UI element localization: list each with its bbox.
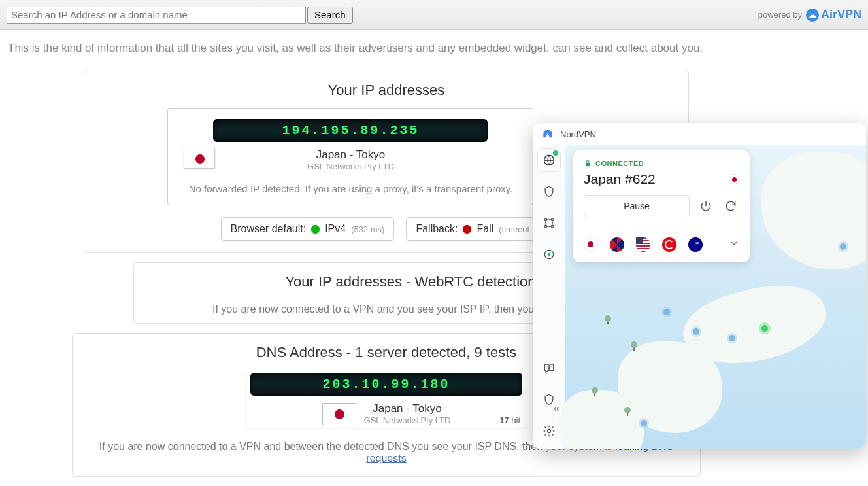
cloud-icon: ☁ bbox=[806, 9, 819, 22]
webrtc-note-prefix: If you are now connected to a VPN and yo… bbox=[212, 304, 587, 315]
fallback-label: Fallback: bbox=[416, 223, 458, 235]
nordvpn-window: NordVPN ? 40 bbox=[533, 123, 866, 449]
map-pin[interactable] bbox=[663, 309, 670, 315]
dns-hits-num: 17 bbox=[499, 415, 509, 425]
server-name: Japan #622 bbox=[584, 171, 656, 187]
sidebar-settings-icon[interactable] bbox=[538, 420, 560, 442]
ip-isp: GSL Networks Pty LTD bbox=[307, 162, 394, 171]
sidebar-mesh-icon[interactable] bbox=[538, 212, 560, 234]
status-dot-red-icon bbox=[463, 225, 471, 234]
fallback-chip: Fallback: Fail (timeout - T bbox=[406, 217, 552, 241]
connected-badge-icon bbox=[553, 150, 558, 156]
svg-point-8 bbox=[547, 430, 550, 433]
status-dot-green-icon bbox=[311, 225, 320, 234]
lock-icon bbox=[584, 160, 592, 167]
dns-ip: 203.10.99.180 bbox=[250, 373, 522, 396]
ipv4-box: 194.195.89.235 Japan - Tokyo GSL Network… bbox=[167, 108, 533, 205]
separator bbox=[573, 228, 750, 228]
flag-japan-dot-icon bbox=[729, 174, 739, 184]
ip-card-title: Your IP addresses bbox=[95, 82, 678, 99]
svg-text:?: ? bbox=[547, 364, 550, 370]
svg-point-2 bbox=[551, 218, 553, 220]
proxy-note: No forwarded IP detected. If you are usi… bbox=[180, 183, 521, 194]
shield-count: 40 bbox=[552, 406, 561, 412]
dns-result-box: 203.10.99.180 Japan - Tokyo GSL Networks… bbox=[246, 370, 527, 428]
fallback-status: Fail bbox=[476, 223, 493, 235]
map-pin[interactable] bbox=[729, 335, 735, 341]
refresh-icon[interactable] bbox=[722, 198, 739, 215]
browser-default-proto: IPv4 bbox=[325, 223, 346, 235]
sidebar-target-icon[interactable] bbox=[538, 243, 560, 266]
dns-hits: 17 hit bbox=[499, 415, 520, 425]
connection-status: CONNECTED bbox=[584, 160, 739, 167]
sidebar-shield-count-icon[interactable]: 40 bbox=[538, 389, 560, 411]
powered-prefix: powered by bbox=[758, 10, 802, 20]
intro-text: This is the kind of information that all… bbox=[0, 30, 868, 61]
sidebar-globe-icon[interactable] bbox=[538, 149, 560, 171]
quick-connect-flags bbox=[584, 237, 739, 252]
flag-japan-icon bbox=[184, 148, 215, 169]
map-pin-active[interactable] bbox=[761, 325, 768, 332]
svg-point-6 bbox=[547, 253, 550, 256]
powered-by: powered by ☁ AirVPN bbox=[758, 8, 861, 22]
flag-jp-icon[interactable] bbox=[584, 237, 598, 252]
browser-default-label: Browser default: bbox=[231, 223, 307, 235]
flag-tr-icon[interactable] bbox=[662, 237, 676, 252]
status-text: CONNECTED bbox=[595, 160, 644, 167]
sidebar-help-icon[interactable]: ? bbox=[538, 357, 560, 379]
map-pin[interactable] bbox=[641, 420, 647, 426]
search-input[interactable] bbox=[7, 7, 306, 24]
ipv4-address: 194.195.89.235 bbox=[213, 119, 488, 142]
nord-status-panel: CONNECTED Japan #622 Pause bbox=[573, 150, 750, 262]
flag-us-icon[interactable] bbox=[636, 237, 650, 252]
dns-hits-suffix: hit bbox=[511, 415, 520, 425]
browser-default-chip: Browser default: IPv4 (532 ms) bbox=[221, 217, 395, 241]
map-pin[interactable] bbox=[840, 243, 846, 250]
browser-default-ms: (532 ms) bbox=[351, 224, 384, 234]
airvpn-logo[interactable]: ☁ AirVPN bbox=[806, 8, 861, 22]
brand-text: AirVPN bbox=[821, 8, 861, 22]
power-icon[interactable] bbox=[697, 198, 714, 215]
map-pin[interactable] bbox=[693, 328, 699, 335]
top-bar: Search powered by ☁ AirVPN bbox=[0, 0, 868, 30]
svg-point-4 bbox=[551, 225, 553, 227]
dns-location: Japan - Tokyo bbox=[364, 402, 451, 415]
search-wrap: Search bbox=[7, 7, 353, 24]
flag-japan-icon bbox=[322, 403, 356, 425]
flag-uk-icon[interactable] bbox=[610, 237, 624, 252]
svg-point-1 bbox=[544, 218, 546, 220]
nordvpn-logo-icon bbox=[542, 128, 554, 140]
nordvpn-title: NordVPN bbox=[560, 130, 596, 139]
svg-point-3 bbox=[544, 225, 546, 227]
search-button[interactable]: Search bbox=[307, 7, 353, 24]
ip-location: Japan - Tokyo bbox=[316, 148, 386, 162]
sidebar-shield-icon[interactable] bbox=[538, 181, 560, 203]
dns-isp: GSL Networks Pty LTD bbox=[364, 415, 451, 425]
nord-map[interactable]: CONNECTED Japan #622 Pause bbox=[565, 145, 866, 449]
nord-sidebar: ? 40 bbox=[533, 145, 565, 449]
flag-au-icon[interactable] bbox=[688, 237, 703, 252]
nordvpn-titlebar: NordVPN bbox=[533, 123, 866, 145]
chevron-down-icon[interactable] bbox=[729, 238, 739, 251]
pause-button[interactable]: Pause bbox=[584, 195, 690, 217]
